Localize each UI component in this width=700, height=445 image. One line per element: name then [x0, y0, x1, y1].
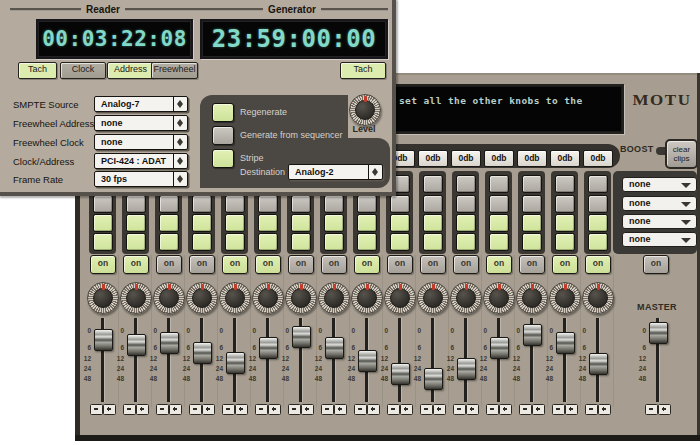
setting-dropdown-freewheel-clock[interactable]: none: [94, 134, 188, 150]
reader-freewheel-button[interactable]: Freewheel: [151, 62, 198, 79]
channel-pan-knob[interactable]: [384, 282, 416, 314]
channel-assign-button[interactable]: [225, 233, 245, 251]
channel-on-button[interactable]: on: [321, 255, 347, 274]
channel-mute-button[interactable]: [357, 195, 377, 213]
channel-on-button[interactable]: on: [123, 255, 149, 274]
trim-0db-button[interactable]: 0db: [451, 150, 481, 167]
channel-assign-button[interactable]: [423, 233, 443, 251]
fader-track[interactable]: [563, 318, 566, 402]
setting-dropdown-freewheel-address[interactable]: none: [94, 115, 188, 131]
channel-mute-button[interactable]: [93, 195, 113, 213]
fader-minus-button[interactable]: [645, 404, 658, 415]
fader-plus-button[interactable]: [136, 404, 149, 415]
stepper-arrows-icon[interactable]: [173, 172, 187, 186]
fader-plus-button[interactable]: [367, 404, 380, 415]
fader-track[interactable]: [266, 318, 269, 402]
channel-on-button[interactable]: on: [552, 255, 578, 274]
channel-pan-knob[interactable]: [582, 282, 614, 314]
channel-mute-button[interactable]: [324, 195, 344, 213]
channel-assign-button[interactable]: [192, 214, 212, 232]
channel-assign-button[interactable]: [324, 233, 344, 251]
channel-mute-button[interactable]: [522, 195, 542, 213]
fader-minus-button[interactable]: [123, 404, 136, 415]
channel-pan-knob[interactable]: [549, 282, 581, 314]
fader-minus-button[interactable]: [519, 404, 532, 415]
reader-clock-button[interactable]: Clock: [60, 62, 106, 79]
channel-on-button[interactable]: on: [222, 255, 248, 274]
fader-minus-button[interactable]: [453, 404, 466, 415]
channel-mute-button[interactable]: [159, 195, 179, 213]
fader-plus-button[interactable]: [433, 404, 446, 415]
channel-mute-button[interactable]: [225, 195, 245, 213]
channel-assign-button[interactable]: [225, 214, 245, 232]
fader-plus-button[interactable]: [202, 404, 215, 415]
channel-mute-button[interactable]: [489, 195, 509, 213]
generate-from-sequencer-button[interactable]: [212, 126, 234, 145]
fader-plus-button[interactable]: [400, 404, 413, 415]
channel-on-button[interactable]: on: [156, 255, 182, 274]
channel-on-button[interactable]: on: [354, 255, 380, 274]
channel-on-button[interactable]: on: [519, 255, 545, 274]
fader-track[interactable]: [497, 318, 500, 402]
channel-assign-button[interactable]: [291, 214, 311, 232]
trim-0db-button[interactable]: 0db: [418, 150, 448, 167]
channel-assign-button[interactable]: [390, 233, 410, 251]
channel-assign-button[interactable]: [456, 214, 476, 232]
setting-dropdown-clock-address[interactable]: PCI-424 : ADAT: [94, 153, 188, 169]
channel-assign-button[interactable]: [126, 233, 146, 251]
channel-mute-button[interactable]: [423, 175, 443, 193]
fader-plus-button[interactable]: [334, 404, 347, 415]
fader-minus-button[interactable]: [585, 404, 598, 415]
channel-on-button[interactable]: on: [255, 255, 281, 274]
reader-address-button[interactable]: Address: [107, 62, 154, 79]
channel-on-button[interactable]: on: [420, 255, 446, 274]
channel-assign-button[interactable]: [357, 214, 377, 232]
channel-assign-button[interactable]: [126, 214, 146, 232]
channel-on-button[interactable]: on: [453, 255, 479, 274]
fader-minus-button[interactable]: [90, 404, 103, 415]
channel-pan-knob[interactable]: [516, 282, 548, 314]
trim-0db-button[interactable]: 0db: [550, 150, 580, 167]
reader-tach-button[interactable]: Tach: [18, 62, 57, 79]
channel-mute-button[interactable]: [588, 195, 608, 213]
channel-assign-button[interactable]: [159, 214, 179, 232]
fader-minus-button[interactable]: [189, 404, 202, 415]
channel-assign-button[interactable]: [291, 233, 311, 251]
channel-assign-button[interactable]: [324, 214, 344, 232]
channel-mute-button[interactable]: [126, 195, 146, 213]
output-dropdown[interactable]: none: [622, 196, 697, 211]
fader-plus-button[interactable]: [466, 404, 479, 415]
fader-minus-button[interactable]: [255, 404, 268, 415]
channel-mute-button[interactable]: [588, 175, 608, 193]
channel-on-button[interactable]: on: [189, 255, 215, 274]
fader-minus-button[interactable]: [552, 404, 565, 415]
level-knob[interactable]: [349, 94, 381, 126]
channel-mute-button[interactable]: [291, 195, 311, 213]
channel-assign-button[interactable]: [588, 214, 608, 232]
fader-plus-button[interactable]: [268, 404, 281, 415]
fader-plus-button[interactable]: [169, 404, 182, 415]
channel-pan-knob[interactable]: [450, 282, 482, 314]
fader-minus-button[interactable]: [156, 404, 169, 415]
stepper-arrows-icon[interactable]: [173, 135, 187, 149]
fader-minus-button[interactable]: [288, 404, 301, 415]
channel-assign-button[interactable]: [423, 214, 443, 232]
channel-assign-button[interactable]: [258, 233, 278, 251]
stepper-arrows-icon[interactable]: [173, 97, 187, 111]
fader-minus-button[interactable]: [420, 404, 433, 415]
channel-pan-knob[interactable]: [285, 282, 317, 314]
channel-assign-button[interactable]: [159, 233, 179, 251]
clear-clips-button[interactable]: clear clips: [665, 139, 698, 169]
channel-pan-knob[interactable]: [186, 282, 218, 314]
output-dropdown[interactable]: none: [622, 177, 697, 192]
channel-assign-button[interactable]: [390, 214, 410, 232]
destination-dropdown[interactable]: Analog-2: [288, 164, 383, 180]
master-on-button[interactable]: on: [643, 255, 669, 274]
channel-mute-button[interactable]: [423, 195, 443, 213]
stepper-arrows-icon[interactable]: [173, 154, 187, 168]
channel-on-button[interactable]: on: [90, 255, 116, 274]
fader-plus-button[interactable]: [532, 404, 545, 415]
fader-track[interactable]: [332, 318, 335, 402]
channel-assign-button[interactable]: [357, 233, 377, 251]
channel-pan-knob[interactable]: [120, 282, 152, 314]
